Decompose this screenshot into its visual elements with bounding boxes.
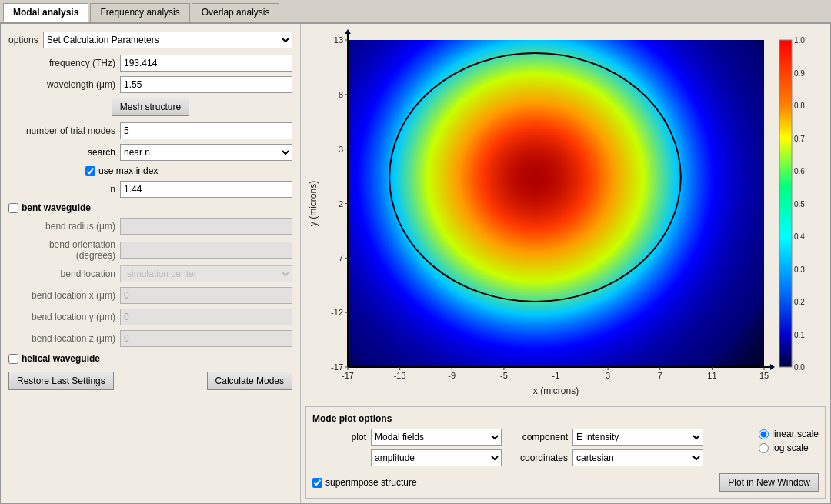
bend-location-select[interactable]: simulation center xyxy=(120,265,292,282)
bend-location-x-label: bend location x (μm) xyxy=(8,290,120,301)
wavelength-row: wavelength (μm) xyxy=(8,76,292,93)
bent-waveguide-label: bent waveguide xyxy=(22,202,91,213)
calculate-modes-button[interactable]: Calculate Modes xyxy=(207,372,292,390)
wavelength-label: wavelength (μm) xyxy=(8,79,120,90)
log-scale-radio[interactable] xyxy=(759,443,769,453)
bend-location-z-input[interactable] xyxy=(120,330,292,347)
coordinates-label: coordinates xyxy=(506,452,568,463)
options-select[interactable]: Set Calculation Parameters xyxy=(43,32,292,48)
tab-overlap[interactable]: Overlap analysis xyxy=(192,3,280,22)
tab-frequency[interactable]: Frequency analysis xyxy=(90,3,189,22)
n-label: n xyxy=(8,184,120,195)
bend-location-x-input[interactable] xyxy=(120,287,292,304)
bent-waveguide-header: bent waveguide xyxy=(8,202,292,213)
options-label: options xyxy=(8,35,38,45)
mode-plot-options: Mode plot options plot Modal fields comp… xyxy=(305,406,826,499)
bend-location-label: bend location xyxy=(8,269,120,279)
linear-scale-radio[interactable] xyxy=(759,429,769,439)
right-panel: Mode plot options plot Modal fields comp… xyxy=(301,24,830,503)
plot-row: plot Modal fields component E intensity xyxy=(312,429,743,446)
component-select[interactable]: E intensity xyxy=(572,429,703,446)
bend-orientation-input[interactable] xyxy=(120,242,292,259)
trial-modes-input[interactable] xyxy=(120,122,292,139)
tab-modal[interactable]: Modal analysis xyxy=(3,3,88,22)
scale-radio-group: linear scale log scale xyxy=(759,429,819,453)
helical-waveguide-label: helical waveguide xyxy=(22,353,100,364)
bottom-buttons: Restore Last Settings Calculate Modes xyxy=(8,372,292,390)
search-label: search xyxy=(8,147,120,158)
linear-scale-label: linear scale xyxy=(759,429,819,439)
plot-in-new-window-button[interactable]: Plot in New Window xyxy=(719,473,819,492)
frequency-label: frequency (THz) xyxy=(8,58,120,68)
amplitude-row: amplitude coordinates cartesian xyxy=(312,449,743,466)
bend-location-y-row: bend location y (μm) xyxy=(8,309,292,325)
bend-radius-input[interactable] xyxy=(120,218,292,235)
bend-location-z-label: bend location z (μm) xyxy=(8,333,120,344)
n-row: n xyxy=(8,181,292,198)
mode-field-canvas xyxy=(305,28,826,402)
search-row: search near n xyxy=(8,144,292,161)
frequency-input[interactable] xyxy=(120,55,292,72)
bent-waveguide-checkbox[interactable] xyxy=(8,203,18,213)
left-panel: options Set Calculation Parameters frequ… xyxy=(1,24,301,503)
bend-orientation-row: bend orientation (degrees) xyxy=(8,239,292,261)
frequency-row: frequency (THz) xyxy=(8,55,292,72)
main-container: options Set Calculation Parameters frequ… xyxy=(0,23,831,504)
restore-last-settings-button[interactable]: Restore Last Settings xyxy=(8,372,114,390)
n-input[interactable] xyxy=(120,181,292,198)
mesh-btn-row: Mesh structure xyxy=(8,98,292,116)
bend-location-y-label: bend location y (μm) xyxy=(8,312,120,322)
options-row: options Set Calculation Parameters xyxy=(8,32,292,48)
use-max-index-row: use max index xyxy=(85,165,292,176)
bend-location-row: bend location simulation center xyxy=(8,265,292,282)
bend-location-z-row: bend location z (μm) xyxy=(8,330,292,347)
superimpose-label: superimpose structure xyxy=(325,477,417,488)
mesh-structure-button[interactable]: Mesh structure xyxy=(112,98,189,116)
bend-radius-row: bend radius (μm) xyxy=(8,218,292,235)
tab-bar: Modal analysis Frequency analysis Overla… xyxy=(0,0,831,23)
bend-location-y-input[interactable] xyxy=(120,309,292,325)
bend-radius-label: bend radius (μm) xyxy=(8,221,120,232)
plot-label: plot xyxy=(312,432,366,442)
helical-waveguide-checkbox[interactable] xyxy=(8,354,18,364)
trial-modes-label: number of trial modes xyxy=(8,125,120,136)
superimpose-checkbox[interactable] xyxy=(312,478,322,488)
use-max-index-label: use max index xyxy=(98,165,158,176)
wavelength-input[interactable] xyxy=(120,76,292,93)
mode-plot-title: Mode plot options xyxy=(312,413,819,424)
component-label: component xyxy=(506,432,568,442)
trial-modes-row: number of trial modes xyxy=(8,122,292,139)
plot-select[interactable]: Modal fields xyxy=(371,429,502,446)
amplitude-select[interactable]: amplitude xyxy=(371,449,502,466)
bend-orientation-label: bend orientation (degrees) xyxy=(8,239,120,261)
helical-waveguide-header: helical waveguide xyxy=(8,353,292,364)
bend-location-x-row: bend location x (μm) xyxy=(8,287,292,304)
plot-bottom-row: superimpose structure Plot in New Window xyxy=(312,473,819,492)
chart-area xyxy=(305,28,826,402)
bent-waveguide-form: bend radius (μm) bend orientation (degre… xyxy=(8,218,292,347)
coordinates-select[interactable]: cartesian xyxy=(572,449,703,466)
superimpose-check: superimpose structure xyxy=(312,477,417,488)
log-scale-label: log scale xyxy=(759,442,819,453)
use-max-index-checkbox[interactable] xyxy=(85,166,95,176)
search-select[interactable]: near n xyxy=(120,144,292,161)
